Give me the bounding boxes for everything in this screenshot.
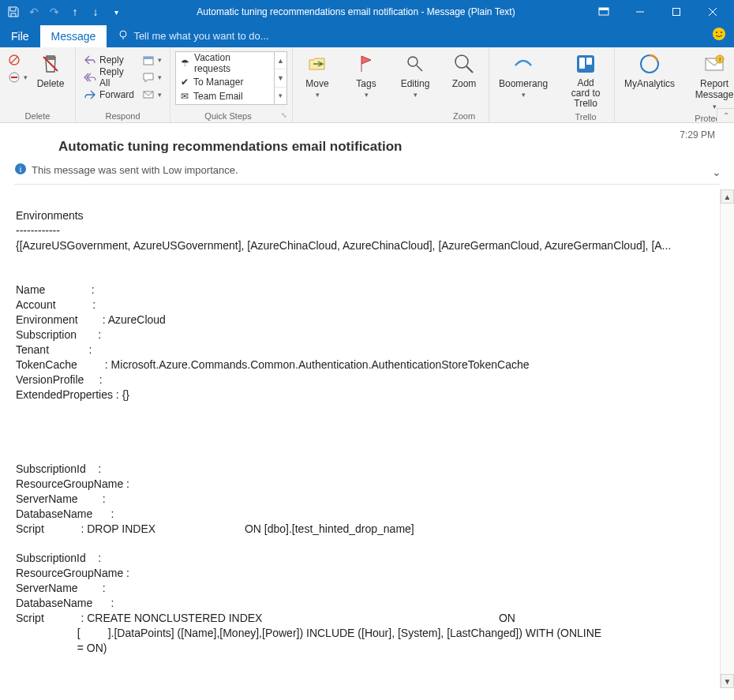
- zoom-button[interactable]: Zoom: [444, 50, 484, 91]
- tell-me-search[interactable]: Tell me what you want to do...: [107, 24, 279, 47]
- collapse-ribbon-button[interactable]: ⌃: [717, 108, 734, 122]
- minimize-button[interactable]: [622, 0, 658, 24]
- undo-icon[interactable]: ↶: [24, 2, 44, 22]
- tags-button[interactable]: Tags ▾: [346, 50, 386, 100]
- ribbon-group-boomerang: Boomerang ▾: [489, 47, 557, 122]
- scroll-up-icon[interactable]: ▲: [721, 189, 734, 204]
- dialog-launcher-icon[interactable]: ⤡: [281, 111, 287, 119]
- myanalytics-button[interactable]: MyAnalytics: [620, 50, 680, 91]
- chevron-down-icon: ▾: [522, 91, 526, 99]
- svg-rect-17: [144, 57, 153, 59]
- meeting-button[interactable]: ▾: [139, 51, 165, 69]
- scroll-track[interactable]: [721, 204, 734, 674]
- more-respond-button[interactable]: ▾: [139, 86, 165, 103]
- chevron-down-icon: ▾: [316, 91, 320, 99]
- lightbulb-icon: [118, 29, 129, 43]
- next-item-icon[interactable]: ↓: [85, 2, 106, 22]
- group-label-quicksteps: Quick Steps⤡: [175, 110, 287, 122]
- ribbon-group-move: Move ▾: [293, 47, 342, 122]
- quickstep-item[interactable]: ✔To Manager: [176, 75, 274, 90]
- ribbon-group-tags: Tags ▾: [342, 47, 391, 122]
- message-body[interactable]: Environments ------------ {[AzureUSGover…: [0, 189, 734, 688]
- group-label-trello: Trello: [562, 111, 609, 122]
- qs-down-icon[interactable]: ▼: [275, 69, 286, 87]
- info-icon: i: [14, 163, 27, 178]
- reply-all-button[interactable]: Reply All: [81, 69, 137, 86]
- qs-up-icon[interactable]: ▲: [275, 52, 286, 69]
- save-icon[interactable]: [3, 2, 24, 22]
- ribbon-group-zoom: Zoom Zoom: [440, 47, 489, 122]
- redo-icon[interactable]: ↷: [44, 2, 65, 22]
- svg-rect-25: [586, 58, 592, 65]
- boomerang-button[interactable]: Boomerang ▾: [494, 50, 552, 100]
- infobar-text: This message was sent with Low importanc…: [32, 164, 238, 176]
- chevron-down-icon: ▾: [713, 103, 717, 110]
- expand-header-button[interactable]: ⌄: [712, 166, 721, 178]
- forward-icon: [84, 88, 96, 101]
- tab-file[interactable]: File: [0, 25, 40, 47]
- titlebar: ↶ ↷ ↑ ↓ ▾ Automatic tuning recommendatio…: [0, 0, 734, 24]
- more-icon: [142, 88, 155, 101]
- svg-point-19: [408, 57, 418, 66]
- svg-point-8: [713, 28, 725, 40]
- svg-rect-24: [579, 58, 585, 69]
- report-icon: !: [702, 51, 727, 77]
- prev-item-icon[interactable]: ↑: [65, 2, 85, 22]
- ribbon-group-trello: Add card to Trello Trello: [557, 47, 615, 122]
- ignore-button[interactable]: [5, 51, 31, 69]
- qs-expand-icon[interactable]: ▾: [275, 88, 286, 104]
- svg-rect-3: [673, 9, 680, 16]
- svg-text:i: i: [19, 164, 21, 174]
- chat-icon: [142, 71, 155, 84]
- ribbon-group-quicksteps: ☂Vacation requests ✔To Manager ✉Team Ema…: [170, 47, 293, 122]
- chevron-down-icon: ▾: [158, 73, 162, 81]
- junk-button[interactable]: ▾: [5, 69, 31, 86]
- quicksteps-gallery[interactable]: ☂Vacation requests ✔To Manager ✉Team Ema…: [175, 51, 275, 105]
- ribbon-tabs: File Message Tell me what you want to do…: [0, 24, 734, 47]
- forward-button[interactable]: Forward: [81, 86, 137, 103]
- delete-label: Delete: [37, 78, 65, 89]
- quickstep-item[interactable]: ✉Team Email: [176, 90, 274, 105]
- feedback-smiley-icon[interactable]: [712, 27, 726, 43]
- qat-customize-icon[interactable]: ▾: [106, 2, 126, 22]
- infobar: i This message was sent with Low importa…: [14, 161, 720, 185]
- close-button[interactable]: [695, 0, 731, 24]
- reply-icon: [84, 54, 96, 66]
- team-icon: ✉: [181, 91, 189, 102]
- chevron-down-icon: ▾: [365, 91, 369, 99]
- ribbon-group-respond: Reply Reply All Forward ▾ ▾ ▾ Respond: [76, 47, 170, 122]
- umbrella-icon: ☂: [181, 58, 189, 69]
- add-card-trello-button[interactable]: Add card to Trello: [562, 50, 609, 111]
- svg-rect-1: [599, 8, 609, 10]
- maximize-button[interactable]: [658, 0, 695, 24]
- myanalytics-icon: [637, 51, 662, 77]
- move-button[interactable]: Move ▾: [298, 50, 337, 100]
- message-time: 7:29 PM: [680, 129, 715, 140]
- svg-text:!: !: [719, 56, 721, 63]
- im-button[interactable]: ▾: [139, 69, 165, 86]
- svg-line-12: [11, 57, 17, 63]
- editing-button[interactable]: Editing ▾: [395, 50, 435, 100]
- delete-button[interactable]: Delete: [31, 50, 70, 91]
- quickstep-item[interactable]: ☂Vacation requests: [176, 52, 274, 75]
- svg-point-9: [716, 32, 717, 33]
- svg-point-21: [455, 55, 468, 68]
- manager-icon: ✔: [181, 77, 189, 88]
- quick-access-toolbar: ↶ ↷ ↑ ↓ ▾: [3, 2, 126, 22]
- vertical-scrollbar[interactable]: ▲ ▼: [720, 189, 734, 688]
- ribbon-display-icon[interactable]: [586, 0, 622, 24]
- report-message-button[interactable]: ! Report Message ▾: [689, 50, 734, 113]
- chevron-down-icon: ▾: [158, 91, 162, 99]
- zoom-icon: [451, 51, 477, 77]
- svg-point-6: [120, 31, 126, 37]
- meeting-icon: [142, 54, 155, 66]
- delete-icon: [38, 51, 63, 77]
- svg-line-20: [417, 66, 422, 71]
- flag-icon: [354, 51, 379, 77]
- scroll-down-icon[interactable]: ▼: [721, 674, 734, 688]
- ribbon-group-delete: ▾ Delete Delete: [0, 47, 76, 122]
- quicksteps-scroll[interactable]: ▲ ▼ ▾: [275, 51, 287, 105]
- group-label-delete: Delete: [5, 110, 70, 122]
- tab-message[interactable]: Message: [40, 25, 107, 47]
- group-label-zoom: Zoom: [444, 110, 484, 122]
